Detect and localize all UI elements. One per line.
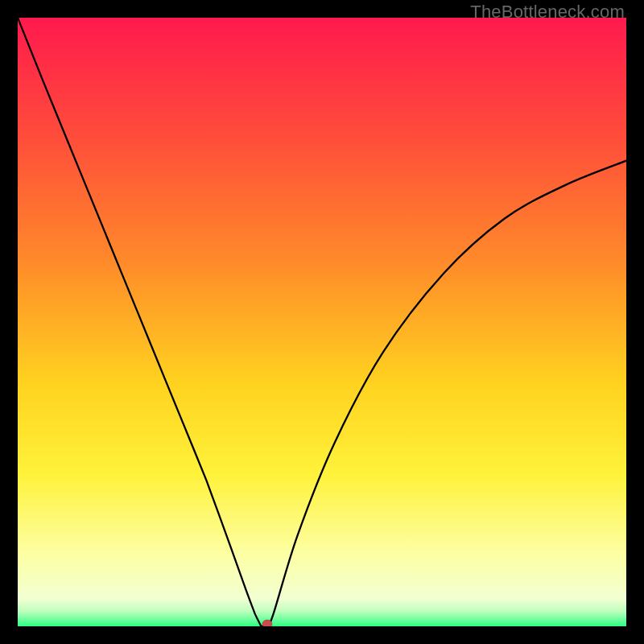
chart-frame <box>18 18 626 626</box>
bottleneck-chart <box>18 18 626 626</box>
gradient-background <box>18 18 626 626</box>
minimum-marker <box>262 620 272 626</box>
